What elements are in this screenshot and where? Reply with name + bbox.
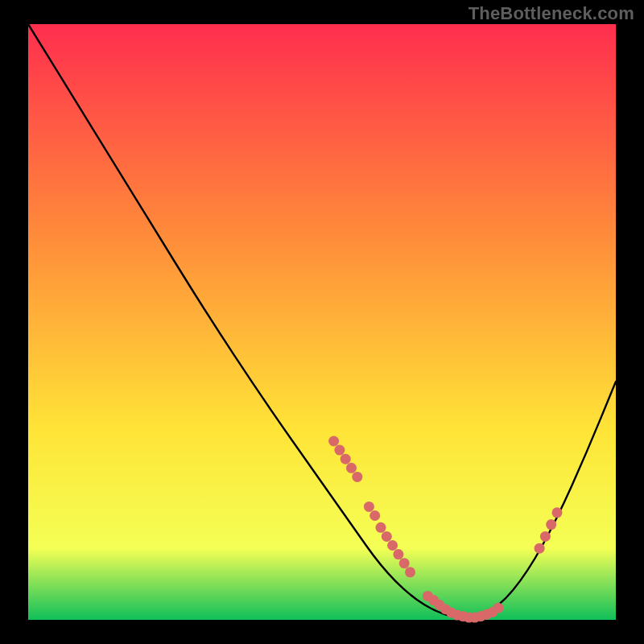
data-point [376,522,386,533]
data-point [546,519,556,530]
data-point [393,549,403,559]
bottleneck-curve-chart [0,0,644,644]
data-point [346,463,357,473]
data-point [341,454,351,464]
data-point [552,507,563,518]
data-point [535,543,545,554]
data-point [364,502,374,512]
data-point [399,558,410,568]
data-point [382,531,392,542]
chart-container: TheBottleneck.com [0,0,644,644]
data-point [540,531,551,542]
data-point [493,603,504,613]
data-point [334,445,345,456]
data-point [387,540,398,551]
gradient-plot-area [28,24,616,620]
data-point [352,472,362,482]
watermark-label: TheBottleneck.com [469,3,634,24]
data-point [369,510,380,521]
data-point [405,567,415,577]
data-point [328,436,339,447]
